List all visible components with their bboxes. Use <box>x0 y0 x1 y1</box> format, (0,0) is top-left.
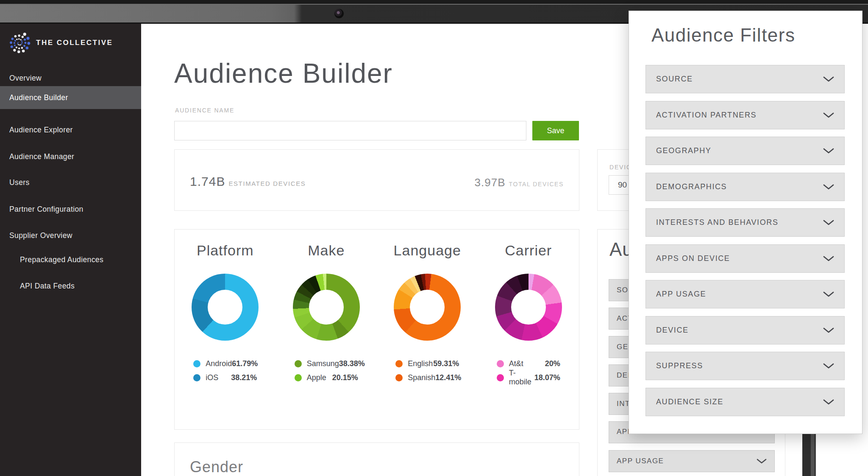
spiral-logo-icon <box>8 31 31 54</box>
charts-row: PlatformAndroid61.79%iOS38.21%MakeSamsun… <box>175 230 579 429</box>
filter-row-activation-partners[interactable]: ACTIVATION PARTNERS <box>645 101 845 129</box>
legend-row: Spanish12.41% <box>395 373 459 382</box>
page-title: Audience Builder <box>174 58 393 89</box>
sidebar: THE COLLECTIVE OverviewAudience BuilderA… <box>0 24 141 476</box>
chart-legend: Samsung38.38%Apple20.15% <box>295 359 358 382</box>
legend-dot <box>497 360 504 367</box>
sidebar-item-audience-builder[interactable]: Audience Builder <box>0 92 141 104</box>
legend-dot <box>395 374 403 381</box>
chart-legend: English59.31%Spanish12.41% <box>395 359 459 382</box>
chevron-down-icon <box>823 220 834 225</box>
gender-title: Gender <box>190 458 243 476</box>
filter-row-suppress[interactable]: SUPPRESS <box>645 352 845 380</box>
chevron-down-icon <box>823 112 834 118</box>
filter-row-interests-and-behaviors[interactable]: INTERESTS AND BEHAVIORS <box>645 208 845 237</box>
chevron-down-icon <box>823 363 834 369</box>
legend-value: 38.21% <box>231 373 257 382</box>
sidebar-item-prepackaged-audiences[interactable]: Prepackaged Audiences <box>0 254 141 266</box>
chart-title: Language <box>394 242 461 259</box>
legend-name: iOS <box>206 373 218 382</box>
chevron-down-icon <box>823 184 834 190</box>
legend-value: 38.38% <box>339 359 365 368</box>
filter-row-demographics[interactable]: DEMOGRAPHICS <box>645 173 845 201</box>
legend-value: 61.79% <box>232 359 258 368</box>
legend-row: Samsung38.38% <box>295 359 358 368</box>
estimated-devices-card: 1.74BESTIMATED DEVICES 3.97BTOTAL DEVICE… <box>174 149 579 211</box>
legend-value: 12.41% <box>435 373 461 382</box>
sidebar-item-supplier-overview[interactable]: Supplier Overview <box>0 230 141 241</box>
chart-column-make: MakeSamsung38.38%Apple20.15% <box>276 230 377 429</box>
estimated-devices-label: ESTIMATED DEVICES <box>228 180 306 187</box>
carrier-donut-chart <box>495 274 562 341</box>
save-button[interactable]: Save <box>532 121 579 140</box>
chart-column-language: LanguageEnglish59.31%Spanish12.41% <box>377 230 478 429</box>
brand-name: THE COLLECTIVE <box>36 39 113 47</box>
webcam <box>334 9 344 18</box>
filter-row-apps-on-device[interactable]: APPS ON DEVICE <box>645 244 845 273</box>
platform-donut-chart <box>192 274 259 341</box>
legend-value: 20% <box>545 359 560 368</box>
sidebar-item-audience-explorer[interactable]: Audience Explorer <box>0 124 141 136</box>
estimated-devices: 1.74BESTIMATED DEVICES <box>190 174 306 189</box>
sidebar-item-overview[interactable]: Overview <box>0 72 141 84</box>
legend-dot <box>193 374 200 381</box>
chevron-down-icon <box>823 291 834 297</box>
filter-row-geography[interactable]: GEOGRAPHY <box>645 137 845 165</box>
audience-name-input[interactable] <box>174 121 526 140</box>
sidebar-item-partner-configuration[interactable]: Partner Configuration <box>0 203 141 215</box>
legend-name: At&t <box>509 359 523 368</box>
donut-hole <box>410 290 445 325</box>
audience-name-label: AUDIENCE NAME <box>175 107 234 114</box>
legend-dot <box>395 360 403 367</box>
legend-row: English59.31% <box>395 359 459 368</box>
donut-hole <box>309 290 344 325</box>
legend-row: T-mobile18.07% <box>497 373 560 382</box>
legend-row: Apple20.15% <box>295 373 358 382</box>
audience-filters-panel: Audience Filters SOURCE ACTIVATION PARTN… <box>629 11 862 434</box>
sidebar-item-users[interactable]: Users <box>0 176 141 188</box>
chevron-down-icon <box>823 328 834 333</box>
legend-value: 59.31% <box>433 359 459 368</box>
legend-name: T-mobile <box>509 369 534 386</box>
chevron-down-icon <box>757 459 767 464</box>
chart-title: Carrier <box>505 242 552 259</box>
legend-dot <box>295 374 302 381</box>
legend-value: 20.15% <box>332 373 358 382</box>
total-devices-label: TOTAL DEVICES <box>509 181 564 188</box>
donut-hole <box>511 290 546 325</box>
chart-legend: Android61.79%iOS38.21% <box>193 359 257 382</box>
filter-row-audience-size[interactable]: AUDIENCE SIZE <box>645 388 845 416</box>
filter-row-app-usage[interactable]: APP USAGE <box>645 280 845 308</box>
total-devices: 3.97BTOTAL DEVICES <box>475 176 564 189</box>
legend-dot <box>295 360 302 367</box>
donut-hole <box>208 290 242 325</box>
legend-row: At&t20% <box>497 359 560 368</box>
filter-row-device[interactable]: DEVICE <box>645 316 845 344</box>
legend-row: iOS38.21% <box>193 373 257 382</box>
chart-column-carrier: CarrierAt&t20%T-mobile18.07% <box>478 230 579 429</box>
legend-dot <box>193 360 200 367</box>
legend-name: Spanish <box>408 373 435 382</box>
legend-name: English <box>408 359 433 368</box>
distribution-charts-card: PlatformAndroid61.79%iOS38.21%MakeSamsun… <box>174 229 579 430</box>
legend-row: Android61.79% <box>193 359 257 368</box>
estimated-devices-value: 1.74B <box>190 174 225 188</box>
filter-row-source[interactable]: SOURCE <box>645 65 845 93</box>
brand: THE COLLECTIVE <box>0 24 141 54</box>
audience-filters-title: Audience Filters <box>651 25 795 46</box>
legend-name: Samsung <box>307 359 339 368</box>
sidebar-item-audience-manager[interactable]: Audience Manager <box>0 151 141 162</box>
chart-title: Platform <box>197 242 254 259</box>
chart-legend: At&t20%T-mobile18.07% <box>497 359 560 382</box>
legend-name: Apple <box>307 373 326 382</box>
chart-title: Make <box>308 242 345 259</box>
underlying-filter-row-app-usage[interactable]: APP USAGE <box>609 450 775 472</box>
legend-value: 18.07% <box>534 373 560 382</box>
sidebar-item-api-data-feeds[interactable]: API Data Feeds <box>0 280 141 292</box>
total-devices-value: 3.97B <box>475 176 506 189</box>
chevron-down-icon <box>823 256 834 261</box>
chevron-down-icon <box>823 399 834 405</box>
gender-card: Gender <box>174 442 579 476</box>
language-donut-chart <box>394 274 461 341</box>
legend-dot <box>497 374 504 381</box>
